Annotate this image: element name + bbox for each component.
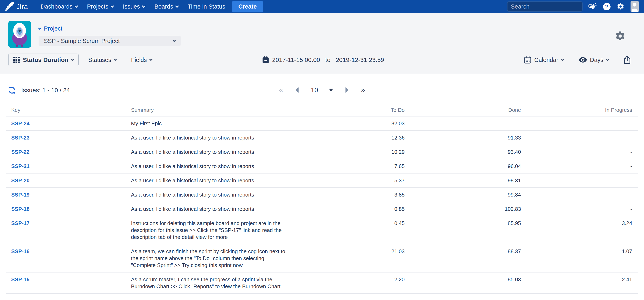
next-page-button[interactable] bbox=[346, 87, 349, 93]
summary-cell: As a user, I'd like a historical story t… bbox=[131, 145, 290, 159]
caret-down-icon bbox=[329, 89, 333, 91]
date-separator: to bbox=[325, 56, 330, 63]
project-select[interactable]: SSP - Sample Scrum Project bbox=[38, 36, 180, 46]
key-cell: SSP-23 bbox=[11, 131, 131, 145]
done-cell: 96.04 bbox=[405, 159, 521, 173]
chevron-down-icon bbox=[110, 4, 114, 8]
jira-mark-icon bbox=[5, 2, 14, 11]
issue-key-link[interactable]: SSP-24 bbox=[11, 120, 30, 127]
issue-key-link[interactable]: SSP-20 bbox=[11, 177, 30, 183]
done-cell: 102.83 bbox=[405, 202, 521, 216]
done-cell: 91.33 bbox=[405, 131, 521, 145]
chevron-down-icon bbox=[74, 4, 78, 8]
issues-count-label: Issues: 1 - 10 / 24 bbox=[21, 87, 70, 94]
todo-cell: 3.85 bbox=[290, 188, 405, 202]
table-row: SSP-18 As a user, I'd like a historical … bbox=[6, 202, 638, 216]
page-size-value: 10 bbox=[311, 86, 318, 94]
report-type-button[interactable]: Status Duration bbox=[8, 54, 79, 66]
help-icon[interactable]: ? bbox=[603, 3, 610, 10]
nav-item-label: Issues bbox=[123, 3, 140, 10]
key-cell: SSP-15 bbox=[11, 273, 131, 293]
project-select-value: SSP - Sample Scrum Project bbox=[44, 38, 173, 44]
in-progress-cell: 3.24 bbox=[521, 216, 632, 244]
nav-item-label: Dashboards bbox=[40, 3, 72, 10]
statuses-dropdown[interactable]: Statuses bbox=[88, 57, 116, 63]
table-header-row: Key Summary To Do Done In Progress bbox=[6, 105, 638, 117]
export-icon[interactable] bbox=[624, 55, 631, 64]
chevron-down-icon bbox=[114, 58, 117, 61]
brand-name: Jira bbox=[16, 3, 28, 10]
in-progress-cell: - bbox=[521, 159, 632, 173]
nav-menu: Dashboards Projects Issues Boards Time i… bbox=[37, 1, 228, 12]
calendar-label: Calendar bbox=[534, 57, 558, 63]
todo-cell: 21.03 bbox=[290, 244, 405, 272]
report-toolbar: Status Duration Statuses Fields 2017-11-… bbox=[8, 54, 638, 66]
in-progress-cell: 2.41 bbox=[521, 273, 632, 293]
summary-cell: As a user, I'd like a historical story t… bbox=[131, 202, 290, 216]
in-progress-cell: - bbox=[521, 188, 632, 202]
column-header-summary: Summary bbox=[131, 105, 290, 116]
megaphone-icon[interactable] bbox=[589, 2, 597, 10]
nav-item-boards[interactable]: Boards bbox=[151, 1, 182, 12]
todo-cell: 82.03 bbox=[290, 117, 405, 130]
avatar-head bbox=[633, 3, 636, 6]
column-header-done: Done bbox=[405, 105, 521, 116]
fields-dropdown[interactable]: Fields bbox=[131, 57, 152, 63]
project-header: Project SSP - Sample Scrum Project Statu… bbox=[0, 13, 644, 74]
create-button[interactable]: Create bbox=[232, 1, 263, 12]
chevron-down-icon bbox=[173, 39, 176, 42]
last-page-button[interactable]: » bbox=[361, 86, 365, 94]
in-progress-cell: - bbox=[521, 131, 632, 145]
previous-page-button[interactable] bbox=[295, 87, 298, 93]
key-cell: SSP-19 bbox=[11, 188, 131, 202]
first-page-button[interactable]: « bbox=[279, 86, 283, 94]
issue-key-link[interactable]: SSP-23 bbox=[11, 135, 30, 141]
nav-item-dashboards[interactable]: Dashboards bbox=[37, 1, 81, 12]
jira-logo[interactable]: Jira bbox=[5, 2, 28, 11]
pagination: « 10 » bbox=[279, 86, 365, 94]
summary-cell: As a scrum master, I can see the progres… bbox=[131, 273, 290, 293]
issue-key-link[interactable]: SSP-22 bbox=[11, 149, 30, 155]
column-header-in-progress: In Progress bbox=[521, 105, 632, 116]
table-row: SSP-16 As a team, we can finish the spri… bbox=[6, 244, 638, 273]
gear-icon[interactable] bbox=[617, 3, 624, 10]
table-row: SSP-24 My First Epic 82.03 - - bbox=[6, 117, 638, 131]
done-cell: 98.31 bbox=[405, 173, 521, 187]
refresh-icon[interactable] bbox=[8, 86, 16, 94]
column-header-todo: To Do bbox=[290, 105, 405, 116]
done-cell: 99.84 bbox=[405, 188, 521, 202]
issue-key-link[interactable]: SSP-19 bbox=[11, 192, 30, 198]
page-size-select[interactable]: 10 bbox=[311, 86, 333, 94]
chevron-down-icon bbox=[606, 58, 609, 61]
report-main: Issues: 1 - 10 / 24 « 10 » Key Summary T… bbox=[0, 85, 644, 294]
issue-key-link[interactable]: SSP-15 bbox=[11, 276, 30, 283]
chevron-down-icon bbox=[142, 4, 146, 8]
date-range-picker[interactable]: 2017-11-15 00:00 to 2019-12-31 23:59 bbox=[262, 56, 384, 64]
nav-right-cluster: ? bbox=[507, 1, 639, 12]
in-progress-cell: - bbox=[521, 202, 632, 216]
issue-key-link[interactable]: SSP-16 bbox=[11, 248, 30, 254]
chevron-down-icon bbox=[175, 4, 179, 8]
calendar-type-dropdown[interactable]: Calendar bbox=[524, 56, 564, 64]
issue-key-link[interactable]: SSP-18 bbox=[11, 206, 30, 212]
issue-key-link[interactable]: SSP-21 bbox=[11, 163, 30, 169]
top-navigation: Jira Dashboards Projects Issues Boards T… bbox=[0, 0, 644, 13]
search-box[interactable] bbox=[507, 1, 582, 12]
in-progress-cell: - bbox=[521, 145, 632, 159]
user-avatar[interactable] bbox=[630, 1, 639, 12]
eye-icon bbox=[578, 57, 587, 63]
chevron-down-icon bbox=[561, 58, 564, 61]
nav-item-time-in-status[interactable]: Time in Status bbox=[184, 1, 228, 12]
settings-gear-icon[interactable] bbox=[614, 30, 626, 41]
avatar-torso bbox=[632, 8, 638, 12]
project-collapse-toggle[interactable]: Project bbox=[38, 25, 180, 32]
in-progress-cell: 1.07 bbox=[521, 244, 632, 272]
search-input[interactable] bbox=[511, 3, 588, 10]
key-cell: SSP-21 bbox=[11, 159, 131, 173]
calendar-outline-icon bbox=[524, 56, 531, 64]
issue-key-link[interactable]: SSP-17 bbox=[11, 220, 30, 226]
time-unit-dropdown[interactable]: Days bbox=[578, 57, 608, 63]
nav-item-issues[interactable]: Issues bbox=[120, 1, 148, 12]
nav-item-projects[interactable]: Projects bbox=[84, 1, 117, 12]
issues-table: Key Summary To Do Done In Progress SSP-2… bbox=[6, 105, 638, 294]
